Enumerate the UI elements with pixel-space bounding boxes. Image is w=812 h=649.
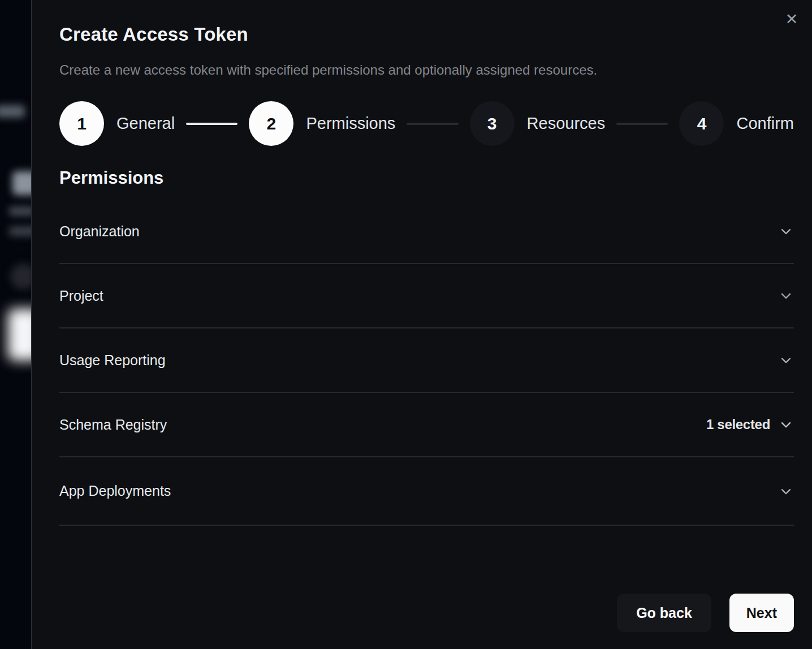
create-access-token-modal: ✕ Create Access Token Create a new acces… bbox=[31, 0, 812, 649]
step-label: Permissions bbox=[306, 114, 395, 133]
step-permissions[interactable]: 2 Permissions bbox=[249, 101, 395, 146]
chevron-down-icon bbox=[778, 352, 794, 368]
accordion-label: App Deployments bbox=[59, 483, 171, 499]
stepper: 1 General 2 Permissions 3 Resources 4 Co… bbox=[59, 101, 794, 146]
accordion-label: Schema Registry bbox=[59, 417, 167, 433]
modal-footer: Go back Next bbox=[617, 594, 794, 632]
step-resources[interactable]: 3 Resources bbox=[470, 101, 606, 146]
accordion-label: Project bbox=[59, 288, 103, 304]
accordion-row-project[interactable]: Project bbox=[59, 264, 794, 328]
chevron-down-icon bbox=[778, 288, 794, 304]
permissions-heading: Permissions bbox=[59, 168, 163, 188]
step-connector bbox=[407, 123, 458, 125]
chevron-down-icon bbox=[778, 223, 794, 239]
modal-subtitle: Create a new access token with specified… bbox=[59, 62, 597, 78]
go-back-button[interactable]: Go back bbox=[617, 594, 711, 632]
permission-groups-list: Organization Project Usage Reporting Sch… bbox=[59, 200, 794, 526]
background-page bbox=[0, 0, 31, 649]
selection-count: 1 selected bbox=[706, 417, 770, 432]
accordion-row-organization[interactable]: Organization bbox=[59, 200, 794, 264]
accordion-row-app-deployments[interactable]: App Deployments bbox=[59, 457, 794, 526]
accordion-row-usage-reporting[interactable]: Usage Reporting bbox=[59, 328, 794, 393]
step-connector bbox=[616, 123, 668, 125]
chevron-down-icon bbox=[778, 417, 794, 432]
step-number-badge: 2 bbox=[249, 101, 293, 146]
step-label: General bbox=[116, 114, 175, 133]
step-number-badge: 1 bbox=[59, 101, 104, 146]
step-label: Resources bbox=[527, 114, 606, 133]
step-number-badge: 3 bbox=[470, 101, 515, 146]
step-confirm[interactable]: 4 Confirm bbox=[679, 101, 794, 146]
step-label: Confirm bbox=[736, 114, 794, 133]
accordion-label: Usage Reporting bbox=[59, 352, 166, 369]
step-connector bbox=[186, 123, 237, 125]
accordion-row-schema-registry[interactable]: Schema Registry 1 selected bbox=[59, 393, 794, 457]
blurred-nav-item bbox=[0, 105, 25, 118]
accordion-label: Organization bbox=[59, 223, 140, 240]
page-title: Create Access Token bbox=[59, 24, 248, 45]
next-button[interactable]: Next bbox=[729, 594, 794, 632]
chevron-down-icon bbox=[778, 483, 794, 499]
close-icon[interactable]: ✕ bbox=[781, 9, 802, 29]
step-general[interactable]: 1 General bbox=[59, 101, 175, 146]
step-number-badge: 4 bbox=[679, 101, 724, 146]
